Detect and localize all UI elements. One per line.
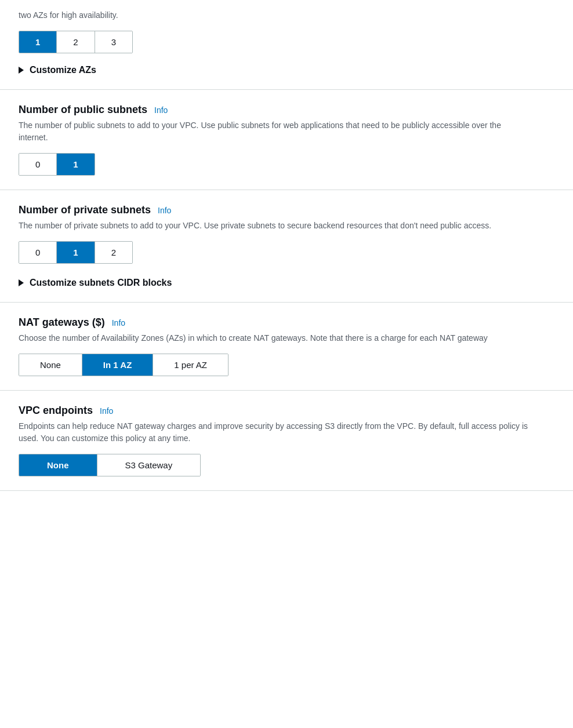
nat-gateways-description: Choose the number of Availability Zones … [19, 332, 529, 344]
az-count-2-button[interactable]: 2 [57, 31, 95, 53]
az-count-section: two AZs for high availability. 1 2 3 Cus… [0, 0, 573, 90]
nat-1peraz-button[interactable]: 1 per AZ [153, 354, 228, 376]
vpc-endpoints-section: VPC endpoints Info Endpoints can help re… [0, 391, 573, 491]
nat-gateways-title: NAT gateways ($) [19, 316, 105, 329]
vpc-endpoints-button-group: None S3 Gateway [19, 454, 201, 476]
az-count-button-group: 1 2 3 [19, 31, 133, 53]
vpc-endpoints-none-button[interactable]: None [19, 454, 97, 476]
customize-azs-row[interactable]: Customize AZs [19, 65, 554, 75]
public-subnets-title: Number of public subnets [19, 104, 147, 116]
triangle-right-cidr-icon [19, 279, 24, 286]
nat-gateways-button-group: None In 1 AZ 1 per AZ [19, 354, 229, 376]
public-subnets-title-row: Number of public subnets Info [19, 104, 554, 116]
private-subnets-section: Number of private subnets Info The numbe… [0, 190, 573, 303]
customize-azs-label: Customize AZs [30, 65, 96, 75]
public-subnets-0-button[interactable]: 0 [19, 154, 57, 175]
private-subnets-1-button[interactable]: 1 [57, 242, 95, 263]
private-subnets-description: The number of private subnets to add to … [19, 220, 529, 232]
nat-1az-button[interactable]: In 1 AZ [82, 354, 153, 376]
nat-gateways-info-link[interactable]: Info [112, 318, 125, 327]
vpc-endpoints-description: Endpoints can help reduce NAT gateway ch… [19, 420, 529, 445]
private-subnets-title: Number of private subnets [19, 204, 151, 216]
public-subnets-description: The number of public subnets to add to y… [19, 119, 529, 144]
vpc-endpoints-info-link[interactable]: Info [100, 406, 113, 416]
az-count-1-button[interactable]: 1 [19, 31, 57, 53]
nat-gateways-title-row: NAT gateways ($) Info [19, 316, 554, 329]
customize-subnets-cidr-label: Customize subnets CIDR blocks [30, 278, 172, 288]
public-subnets-section: Number of public subnets Info The number… [0, 90, 573, 190]
customize-subnets-row[interactable]: Customize subnets CIDR blocks [19, 278, 554, 288]
private-subnets-0-button[interactable]: 0 [19, 242, 57, 263]
nat-gateways-section: NAT gateways ($) Info Choose the number … [0, 303, 573, 391]
vpc-endpoints-title: VPC endpoints [19, 405, 93, 417]
public-subnets-info-link[interactable]: Info [154, 105, 168, 115]
vpc-endpoints-s3-button[interactable]: S3 Gateway [97, 454, 201, 476]
vpc-endpoints-title-row: VPC endpoints Info [19, 405, 554, 417]
private-subnets-2-button[interactable]: 2 [95, 242, 132, 263]
private-subnets-button-group: 0 1 2 [19, 241, 133, 264]
private-subnets-info-link[interactable]: Info [158, 206, 171, 215]
public-subnets-1-button[interactable]: 1 [57, 154, 94, 175]
az-description-text: two AZs for high availability. [19, 9, 554, 21]
private-subnets-title-row: Number of private subnets Info [19, 204, 554, 216]
az-count-3-button[interactable]: 3 [95, 31, 132, 53]
page-container: two AZs for high availability. 1 2 3 Cus… [0, 0, 573, 491]
nat-none-button[interactable]: None [19, 354, 82, 376]
triangle-right-icon [19, 67, 24, 74]
public-subnets-button-group: 0 1 [19, 153, 95, 176]
